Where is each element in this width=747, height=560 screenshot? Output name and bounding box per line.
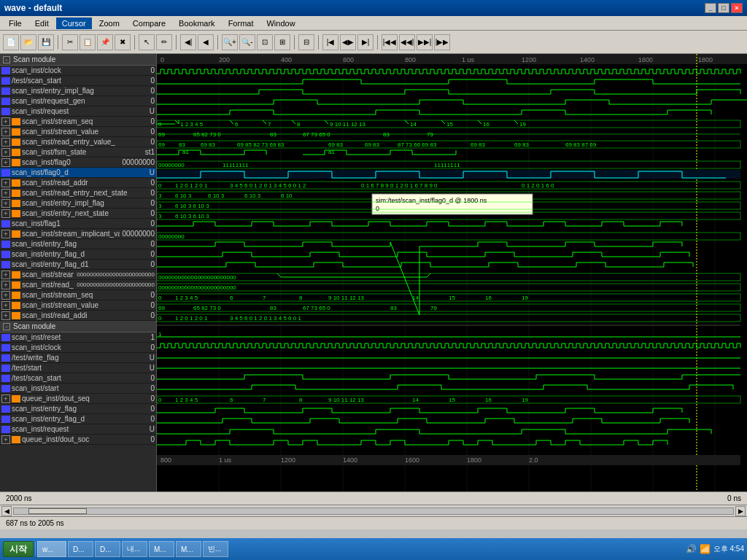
signal-row-reqgen[interactable]: scan_inst/request_gen 0 — [0, 96, 156, 106]
signal-row-strseq1[interactable]: + scan_inst/stream_seq 0 — [0, 117, 156, 127]
collapse-icon-2[interactable]: - — [3, 323, 10, 330]
expand-icon-flag0[interactable]: + — [1, 158, 10, 167]
nav4-button[interactable]: |▶▶ — [434, 34, 450, 50]
signal-row-strseq2[interactable]: + scan_inst/stream_seq 0 — [0, 290, 156, 300]
draw-button[interactable]: ✏ — [156, 34, 172, 50]
menu-format[interactable]: Format — [222, 18, 260, 29]
signal-row-ef1[interactable]: scan_inst/entry_flag 0 — [0, 239, 156, 249]
select-button[interactable]: ↖ — [139, 34, 155, 50]
expand-icon-strval1[interactable]: + — [1, 128, 10, 136]
menu-compare[interactable]: Compare — [127, 18, 171, 29]
signal-row-sivd[interactable]: + scan_inst/stream_implicant_value_d 000… — [0, 229, 156, 239]
snap-button[interactable]: ⊟ — [298, 34, 314, 50]
expand-icon-strseq1[interactable]: + — [1, 117, 10, 126]
scroll-right-btn[interactable]: ▶ — [735, 506, 746, 516]
waveform-svg[interactable]: 0 200 400 600 800 1 us 1200 1400 1600 18… — [157, 54, 747, 491]
menu-cursor[interactable]: Cursor — [56, 18, 92, 29]
nav2-button[interactable]: ◀◀| — [399, 34, 415, 50]
expand-icon-rens[interactable]: + — [1, 189, 10, 198]
signal-row-fsm[interactable]: + scan_inst/fsm_state st1 — [0, 147, 156, 158]
signal-row-str1[interactable]: + scan_inst/stream 000000000000000000000… — [0, 270, 156, 280]
signal-row-scan-start1[interactable]: /test/scan_start 0 — [0, 76, 156, 86]
marker2-button[interactable]: ◀▶ — [340, 34, 356, 50]
expand-icon-raddr[interactable]: + — [1, 179, 10, 187]
expand-icon-raddi[interactable]: + — [1, 311, 10, 320]
copy-button[interactable]: 📋 — [80, 34, 96, 50]
signal-row-start1[interactable]: /test/start U — [0, 363, 156, 373]
marker1-button[interactable]: |◀ — [322, 34, 338, 50]
signal-name-flag0: scan_inst/flag0 — [22, 158, 120, 166]
signal-row-ef2[interactable]: scan_inst/entry_flag 0 — [0, 404, 156, 414]
signal-row-ens[interactable]: + scan_inst/entry_next_state 0 — [0, 209, 156, 219]
expand-icon-qdseq[interactable]: + — [1, 394, 10, 403]
signal-scroll[interactable]: - Scan module scan_inst/clock 0 /test/sc… — [0, 54, 156, 491]
step-back-button[interactable]: ◀ — [198, 34, 214, 50]
delete-button[interactable]: ✖ — [115, 34, 131, 50]
signal-val-strval2: 0 — [150, 301, 155, 309]
marker3-button[interactable]: ▶| — [357, 34, 374, 50]
svg-text:65 82 73 0: 65 82 73 0 — [193, 305, 221, 311]
expand-icon-sivd[interactable]: + — [1, 230, 10, 238]
signal-row-raddi[interactable]: + scan_inst/read_addi 0 — [0, 311, 156, 321]
scrollbar-track[interactable] — [13, 508, 734, 515]
signal-row-eif2[interactable]: + scan_inst/entry_impl_flag 0 — [0, 198, 156, 209]
expand-icon-qdsoc[interactable]: + — [1, 435, 10, 444]
expand-icon-eif2[interactable]: + — [1, 199, 10, 208]
signal-row-qdsoc[interactable]: + queue_inst/dout_soc 0 — [0, 435, 156, 445]
menu-zoom[interactable]: Zoom — [93, 18, 125, 29]
menu-edit[interactable]: Edit — [29, 18, 55, 29]
signal-row-rens[interactable]: + scan_inst/read_entry_next_state 0 — [0, 188, 156, 198]
zoom-reset-button[interactable]: ⊞ — [274, 34, 290, 50]
close-button[interactable]: × — [731, 3, 743, 13]
signal-row-req1[interactable]: scan_inst/request U — [0, 106, 156, 117]
signal-row-flag1[interactable]: scan_inst/flag1 0 — [0, 219, 156, 229]
expand-icon-ens[interactable]: + — [1, 209, 10, 218]
signal-row-clock2[interactable]: scan_inst/clock 0 — [0, 343, 156, 353]
signal-row-efd1d1[interactable]: scan_inst/entry_flag_d1 0 — [0, 260, 156, 270]
signal-row-raddrr[interactable]: + scan_inst/read_addr 0 — [0, 178, 156, 188]
signal-row-strval1[interactable]: + scan_inst/stream_value 0 — [0, 127, 156, 137]
scrollbar-thumb[interactable] — [28, 508, 87, 514]
scroll-left-btn[interactable]: ◀ — [1, 506, 12, 516]
collapse-icon-1[interactable]: - — [3, 56, 10, 63]
scrollbar-area[interactable]: ◀ ▶ — [0, 505, 747, 516]
signal-row-efd1[interactable]: scan_inst/entry_flag_d 0 — [0, 249, 156, 260]
signal-row-eif[interactable]: scan_inst/entry_impl_flag 0 — [0, 86, 156, 96]
zoom-fit-button[interactable]: ⊡ — [257, 34, 273, 50]
expand-icon-strval2[interactable]: + — [1, 301, 10, 310]
new-button[interactable]: 📄 — [3, 34, 19, 50]
menu-bookmark[interactable]: Bookmark — [173, 18, 221, 29]
signal-row-sistart[interactable]: scan_inst/start 0 — [0, 384, 156, 394]
signal-row-qdseq[interactable]: + queue_inst/dout_seq 0 — [0, 394, 156, 404]
signal-row-wf[interactable]: /test/write_flag U — [0, 353, 156, 363]
cut-button[interactable]: ✂ — [62, 34, 78, 50]
waveform-area[interactable]: 0 200 400 600 800 1 us 1200 1400 1600 18… — [157, 54, 747, 491]
expand-icon-fsm[interactable]: + — [1, 148, 10, 157]
expand-icon-re1[interactable]: + — [1, 281, 10, 289]
zoom-out-button[interactable]: 🔍- — [239, 34, 255, 50]
signal-row-re1[interactable]: + scan_inst/read_entry 00000000000000000… — [0, 280, 156, 290]
signal-row-tss[interactable]: /test/scan_start 0 — [0, 373, 156, 384]
open-button[interactable]: 📂 — [20, 34, 36, 50]
menu-window[interactable]: Window — [260, 18, 301, 29]
minimize-button[interactable]: _ — [705, 3, 716, 13]
nav1-button[interactable]: |◀◀ — [382, 34, 398, 50]
expand-icon-str1[interactable]: + — [1, 271, 10, 279]
expand-icon-strseq2[interactable]: + — [1, 291, 10, 300]
paste-button[interactable]: 📌 — [97, 34, 113, 50]
signal-row-efd2[interactable]: scan_inst/entry_flag_d 0 — [0, 414, 156, 424]
maximize-button[interactable]: □ — [718, 3, 729, 13]
menu-file[interactable]: File — [3, 18, 28, 29]
expand-icon-rev[interactable]: + — [1, 138, 10, 147]
prev-button[interactable]: ◀| — [180, 34, 196, 50]
signal-row-strval2[interactable]: + scan_inst/stream_value 0 — [0, 300, 156, 311]
signal-row-clock1[interactable]: scan_inst/clock 0 — [0, 66, 156, 76]
signal-row-rev[interactable]: + scan_inst/read_entry_value_ 0 — [0, 137, 156, 147]
save-button[interactable]: 💾 — [38, 34, 54, 50]
signal-row-req2[interactable]: scan_inst/request U — [0, 424, 156, 435]
zoom-in-button[interactable]: 🔍+ — [222, 34, 238, 50]
signal-row-flag0d[interactable]: scan_inst/flag0_d U — [0, 168, 156, 178]
signal-row-flag0[interactable]: + scan_inst/flag0 00000000 — [0, 158, 156, 168]
signal-row-reset[interactable]: scan_inst/reset 1 — [0, 332, 156, 343]
nav3-button[interactable]: ▶▶| — [417, 34, 433, 50]
